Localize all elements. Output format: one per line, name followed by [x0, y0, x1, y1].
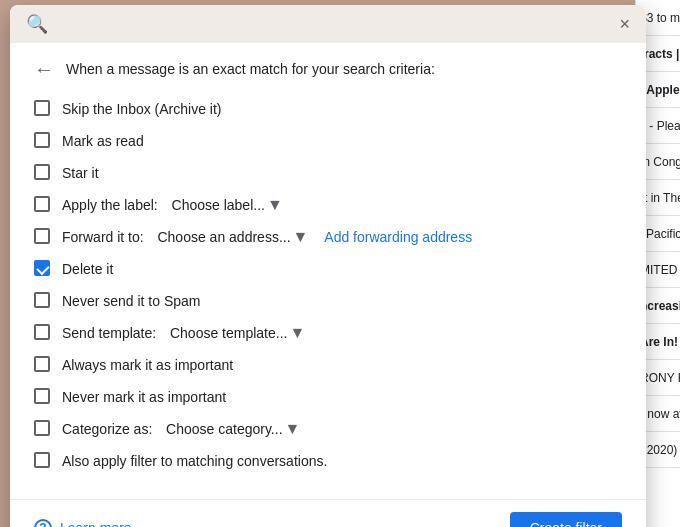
label-forward: Forward it to: Choose an address... ▼ Ad… [62, 228, 472, 246]
checkbox-always-important[interactable] [34, 356, 50, 372]
label-categorize: Categorize as: Choose category... ▼ [62, 420, 300, 438]
label-never-spam: Never send it to Spam [62, 293, 201, 309]
dropdown-arrow-category: ▼ [285, 420, 301, 438]
filter-row-star: Star it [34, 159, 622, 187]
dropdown-arrow-template: ▼ [289, 324, 305, 342]
checkbox-categorize[interactable] [34, 420, 50, 436]
checkbox-also-apply[interactable] [34, 452, 50, 468]
checkbox-never-important[interactable] [34, 388, 50, 404]
choose-category-dropdown[interactable]: Choose category... ▼ [166, 420, 300, 438]
checkbox-skip-inbox[interactable] [34, 100, 50, 116]
filter-row-categorize: Categorize as: Choose category... ▼ [34, 415, 622, 443]
checkbox-star[interactable] [34, 164, 50, 180]
filter-row-apply-label: Apply the label: Choose label... ▼ [34, 191, 622, 219]
label-never-important: Never mark it as important [62, 389, 226, 405]
filter-row-forward: Forward it to: Choose an address... ▼ Ad… [34, 223, 622, 251]
dialog-header: ← When a message is an exact match for y… [34, 59, 622, 79]
add-forwarding-link[interactable]: Add forwarding address [324, 229, 472, 245]
close-icon[interactable]: × [619, 14, 630, 35]
label-skip-inbox: Skip the Inbox (Archive it) [62, 101, 222, 117]
back-button[interactable]: ← [34, 59, 54, 79]
label-apply-label: Apply the label: Choose label... ▼ [62, 196, 283, 214]
label-delete: Delete it [62, 261, 113, 277]
filter-row-mark-read: Mark as read [34, 127, 622, 155]
filter-row-delete: Delete it [34, 255, 622, 283]
choose-template-dropdown[interactable]: Choose template... ▼ [170, 324, 305, 342]
choose-category-text: Choose category... [166, 421, 282, 437]
choose-address-dropdown[interactable]: Choose an address... ▼ [157, 228, 308, 246]
dropdown-arrow-label: ▼ [267, 196, 283, 214]
label-star: Star it [62, 165, 99, 181]
choose-address-text: Choose an address... [157, 229, 290, 245]
choose-label-text: Choose label... [172, 197, 265, 213]
filter-row-always-important: Always mark it as important [34, 351, 622, 379]
learn-more-label: Learn more [60, 520, 132, 527]
help-icon: ? [34, 519, 52, 527]
create-filter-button[interactable]: Create filter [510, 512, 622, 527]
filter-row-skip-inbox: Skip the Inbox (Archive it) [34, 95, 622, 123]
checkbox-send-template[interactable] [34, 324, 50, 340]
dialog-body: ← When a message is an exact match for y… [10, 43, 646, 491]
label-also-apply: Also apply filter to matching conversati… [62, 453, 327, 469]
label-mark-read: Mark as read [62, 133, 144, 149]
dialog-title: When a message is an exact match for you… [66, 61, 435, 77]
search-input[interactable]: older_than:90d [60, 15, 607, 33]
learn-more-link[interactable]: ? Learn more [34, 519, 132, 527]
filter-row-send-template: Send template: Choose template... ▼ [34, 319, 622, 347]
choose-template-text: Choose template... [170, 325, 288, 341]
choose-label-dropdown[interactable]: Choose label... ▼ [172, 196, 283, 214]
label-always-important: Always mark it as important [62, 357, 233, 373]
checkbox-apply-label[interactable] [34, 196, 50, 212]
filter-options-list: Skip the Inbox (Archive it) Mark as read… [34, 95, 622, 475]
filter-row-never-important: Never mark it as important [34, 383, 622, 411]
checkbox-delete[interactable] [34, 260, 50, 276]
filter-dialog: 🔍 older_than:90d × ← When a message is a… [10, 5, 646, 527]
filter-row-also-apply: Also apply filter to matching conversati… [34, 447, 622, 475]
search-bar: 🔍 older_than:90d × [10, 5, 646, 43]
checkbox-mark-read[interactable] [34, 132, 50, 148]
filter-row-never-spam: Never send it to Spam [34, 287, 622, 315]
checkbox-never-spam[interactable] [34, 292, 50, 308]
dialog-footer: ? Learn more Create filter [10, 499, 646, 527]
checkbox-forward[interactable] [34, 228, 50, 244]
dropdown-arrow-address: ▼ [293, 228, 309, 246]
search-icon: 🔍 [26, 13, 48, 35]
label-send-template: Send template: Choose template... ▼ [62, 324, 305, 342]
